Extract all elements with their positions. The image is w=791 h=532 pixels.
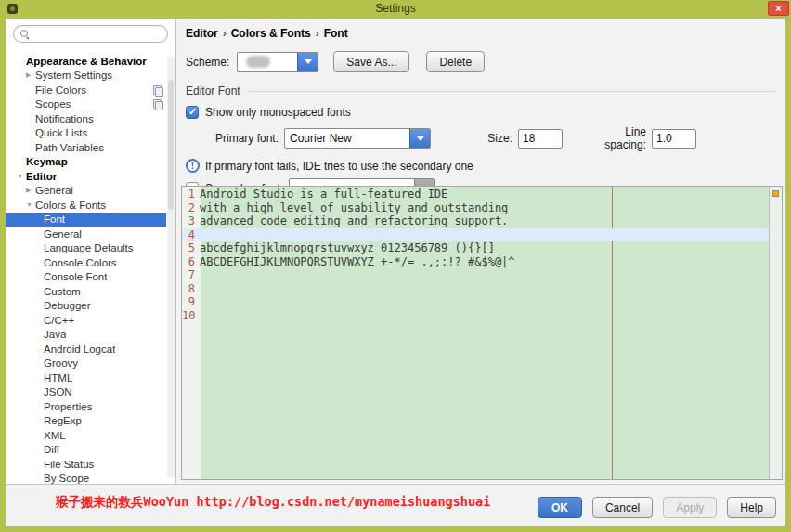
sidebar-item-label: Path Variables [35,142,104,153]
sidebar-item-general[interactable]: ▶General [6,184,166,199]
preview-line-9: 9 [182,295,769,309]
sidebar-tree: Appearance & Behavior▶System SettingsFil… [6,49,166,484]
primary-font-dropdown[interactable]: Courier New [284,128,431,149]
sidebar-item-custom[interactable]: Custom [6,284,166,299]
preview-line-text: advanced code editing and refactoring su… [198,214,508,227]
sidebar-item-scopes[interactable]: Scopes [6,97,166,112]
ok-button[interactable]: OK [538,497,582,518]
line-spacing-field[interactable] [652,129,696,149]
save-as-button[interactable]: Save As... [333,51,409,72]
sidebar-item-label: Language Defaults [44,242,134,253]
sidebar-item-quick-lists[interactable]: Quick Lists [6,126,166,141]
primary-font-value: Courier New [285,129,409,148]
sidebar-item-label: Colors & Fonts [35,200,106,211]
preview-line-7: 7 [182,268,769,282]
preview-line-text: abcdefghijklmnopqrstuvwxyz 0123456789 ()… [198,241,495,254]
sidebar-item-java[interactable]: Java [6,328,166,343]
editor-font-group-header: Editor Font [186,84,776,97]
monospace-checkbox-row: Show only monospaced fonts [186,106,785,119]
sidebar-item-font[interactable]: Font [6,213,166,227]
sidebar-item-label: Font [44,214,65,225]
settings-main-panel: Editor›Colors & Fonts›Font Scheme: Save … [176,19,785,484]
breadcrumb-item[interactable]: Font [324,27,348,40]
sidebar-item-debugger[interactable]: Debugger [6,299,166,314]
preview-line-text: ABCDEFGHIJKLMNOPQRSTUVWXYZ +-*/= .,;:!? … [198,255,515,268]
sidebar-item-file-status[interactable]: File Status [6,457,166,472]
sidebar-item-label: System Settings [35,70,112,81]
sidebar-item-console-font[interactable]: Console Font [6,270,166,285]
delete-button[interactable]: Delete [426,51,485,72]
chevron-down-icon[interactable]: ▼ [17,173,26,179]
scheme-row: Scheme: Save As... Delete [186,51,785,72]
sidebar-item-json[interactable]: JSON [6,385,166,400]
sidebar-item-label: Java [44,329,66,340]
sidebar-item-properties[interactable]: Properties [6,399,166,414]
size-field[interactable] [518,129,563,149]
sidebar-item-general[interactable]: General [6,227,166,241]
sidebar-item-appearance-behavior[interactable]: Appearance & Behavior [6,54,166,69]
primary-font-label: Primary font: [214,132,279,145]
copy-icon [153,99,162,109]
sidebar-item-xml[interactable]: XML [6,428,166,443]
sidebar-item-label: Console Colors [44,257,117,268]
sidebar-item-label: Custom [44,286,81,297]
sidebar-item-notifications[interactable]: Notifications [6,111,166,126]
line-number: 3 [182,214,198,228]
preview-line-1: 1Android Studio is a full-featured IDE [182,188,769,201]
cancel-button[interactable]: Cancel [592,497,653,518]
sidebar-item-groovy[interactable]: Groovy [6,357,166,371]
editor-font-group-label: Editor Font [186,84,240,97]
sidebar-item-label: File Colors [35,84,86,96]
sidebar-item-system-settings[interactable]: ▶System Settings [6,69,166,84]
breadcrumb-item[interactable]: Colors & Fonts [231,27,311,40]
sidebar-item-regexp[interactable]: RegExp [6,414,166,429]
sidebar-item-language-defaults[interactable]: Language Defaults [6,241,166,256]
sidebar-scrollbar[interactable] [167,56,175,478]
sidebar-item-path-variables[interactable]: Path Variables [6,140,166,155]
line-number: 4 [182,228,198,242]
preview-line-8: 8 [182,282,769,296]
window-title: Settings [0,2,791,15]
info-text: If primary font fails, IDE tries to use … [205,160,473,173]
sidebar-item-editor[interactable]: ▼Editor [6,169,166,184]
sidebar-scrollbar-thumb[interactable] [168,80,174,210]
error-stripe-mark[interactable] [772,190,779,197]
chevron-down-icon[interactable]: ▼ [26,201,35,208]
show-monospaced-checkbox[interactable] [186,106,199,119]
sidebar-item-label: JSON [44,386,72,397]
dialog-footer: 猴子搬来的救兵WooYun http://blog.csdn.net/mynam… [6,484,785,526]
preview-line-text: Android Studio is a full-featured IDE [198,188,447,201]
search-input[interactable] [29,29,172,40]
breadcrumb-item[interactable]: Editor [186,27,218,40]
sidebar-item-console-colors[interactable]: Console Colors [6,255,166,270]
chevron-right-icon[interactable]: ▶ [26,71,35,79]
line-number: 1 [182,188,198,201]
primary-font-row: Primary font: Courier New Size: Line spa… [214,125,785,151]
group-divider [248,91,776,92]
preview-line-text [198,309,200,322]
sidebar-item-diff[interactable]: Diff [6,443,166,458]
font-preview-editor[interactable]: 1Android Studio is a full-featured IDE2w… [181,186,783,480]
scheme-dropdown[interactable] [237,52,318,72]
sidebar-item-keymap[interactable]: Keymap [6,155,166,170]
sidebar-item-colors-fonts[interactable]: ▼Colors & Fonts [6,198,166,213]
settings-sidebar: Appearance & Behavior▶System SettingsFil… [6,19,176,484]
preview-line-text: with a high level of usability and outst… [198,201,508,214]
watermark-text: 猴子搬来的救兵WooYun http://blog.csdn.net/mynam… [56,494,490,511]
sidebar-item-label: Debugger [44,300,91,311]
sidebar-item-by-scope[interactable]: By Scope [6,472,166,485]
scheme-value-redacted [246,56,270,68]
show-monospaced-label: Show only monospaced fonts [205,106,351,119]
error-stripe[interactable] [769,187,782,479]
chevron-down-icon[interactable] [409,129,430,148]
preview-line-2: 2with a high level of usability and outs… [182,201,769,215]
sidebar-item-file-colors[interactable]: File Colors [6,83,166,97]
sidebar-item-android-logcat[interactable]: Android Logcat [6,342,166,357]
chevron-down-icon[interactable] [297,53,318,71]
close-icon[interactable]: × [768,1,789,16]
help-button[interactable]: Help [727,497,776,518]
chevron-right-icon[interactable]: ▶ [26,187,35,194]
sidebar-item-html[interactable]: HTML [6,370,166,385]
sidebar-item-label: Scopes [35,98,71,110]
sidebar-item-c-c[interactable]: C/C++ [6,313,166,328]
